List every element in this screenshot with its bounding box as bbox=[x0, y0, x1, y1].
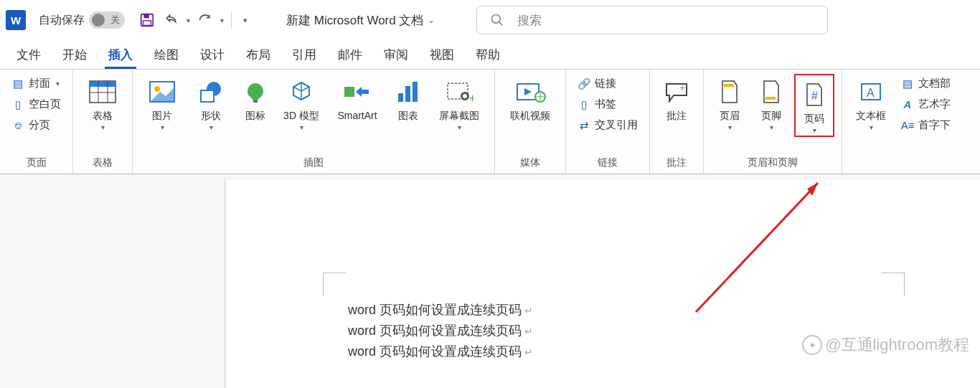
wordart-button[interactable]: A艺术字 bbox=[897, 95, 955, 114]
tab-引用[interactable]: 引用 bbox=[281, 42, 327, 67]
group-comments: +批注 批注 bbox=[650, 70, 704, 174]
bookmark-icon: ▯ bbox=[578, 98, 590, 111]
margin-corner-tr bbox=[882, 273, 905, 295]
group-header-footer: 页眉▾ 页脚▾ #页码▾ 页眉和页脚 bbox=[704, 70, 842, 174]
bookmark-button[interactable]: ▯书签 bbox=[573, 95, 642, 114]
group-text: A文本框▾ ▤文档部 A艺术字 A≡首字下 bbox=[842, 70, 962, 174]
screenshot-button[interactable]: +屏幕截图▾ bbox=[431, 74, 487, 131]
svg-rect-18 bbox=[413, 82, 418, 102]
ribbon-tabs: 文件开始插入绘图设计布局引用邮件审阅视图帮助 bbox=[0, 40, 980, 69]
footer-button[interactable]: 页脚▾ bbox=[753, 74, 790, 131]
table-button[interactable]: 表格▾ bbox=[80, 74, 125, 131]
tab-帮助[interactable]: 帮助 bbox=[465, 42, 511, 67]
autosave-label: 自动保存 bbox=[39, 13, 85, 28]
group-illustrations: 图片▾ 形状▾ 图标 3D 模型▾ SmartArt 图表 +屏幕截图▾ 插图 bbox=[133, 70, 495, 174]
ribbon: ▤封面▾ ▯空白页 ⎊分页 页面 表格▾ 表格 图片▾ 形状▾ 图标 3D 模型… bbox=[0, 69, 980, 174]
redo-button[interactable] bbox=[196, 11, 215, 29]
table-icon bbox=[88, 77, 117, 107]
document-line: word 页码如何设置成连续页码 bbox=[348, 300, 533, 321]
watermark: ✦ @互通lightroom教程 bbox=[802, 334, 969, 356]
tab-设计[interactable]: 设计 bbox=[189, 42, 235, 67]
save-button[interactable] bbox=[138, 11, 156, 29]
tab-审阅[interactable]: 审阅 bbox=[373, 42, 419, 67]
search-input[interactable]: 搜索 bbox=[476, 6, 828, 34]
document-line: word 页码如何设置成连续页码 bbox=[348, 341, 533, 362]
svg-rect-1 bbox=[143, 14, 149, 19]
redo-chevron-icon[interactable]: ▾ bbox=[220, 16, 224, 24]
svg-point-3 bbox=[492, 15, 501, 24]
document-page[interactable]: word 页码如何设置成连续页码word 页码如何设置成连续页码word 页码如… bbox=[226, 179, 980, 388]
undo-button[interactable] bbox=[162, 11, 181, 29]
dropcap-icon: A≡ bbox=[901, 119, 914, 131]
cross-reference-button[interactable]: ⇄交叉引用 bbox=[573, 115, 642, 135]
wordart-icon: A bbox=[901, 98, 914, 110]
switch-state: 关 bbox=[110, 14, 120, 27]
blank-page-icon: ▯ bbox=[11, 98, 24, 111]
svg-rect-2 bbox=[143, 21, 151, 25]
group-links-label: 链接 bbox=[598, 156, 618, 171]
chart-icon bbox=[395, 77, 421, 107]
svg-text:+: + bbox=[469, 92, 473, 103]
dropcap-button[interactable]: A≡首字下 bbox=[897, 115, 955, 135]
watermark-icon: ✦ bbox=[802, 335, 822, 355]
svg-rect-13 bbox=[201, 90, 214, 102]
title-chevron-icon: ⌄ bbox=[428, 15, 435, 25]
svg-point-21 bbox=[463, 94, 467, 98]
header-icon bbox=[720, 77, 740, 107]
search-icon bbox=[490, 13, 504, 27]
tab-布局[interactable]: 布局 bbox=[235, 42, 281, 67]
svg-rect-27 bbox=[765, 97, 776, 100]
smartart-icon bbox=[343, 77, 372, 107]
undo-chevron-icon[interactable]: ▾ bbox=[187, 16, 190, 24]
shapes-button[interactable]: 形状▾ bbox=[189, 74, 233, 131]
qat-separator bbox=[231, 12, 232, 28]
smartart-button[interactable]: SmartArt bbox=[329, 74, 385, 122]
tab-文件[interactable]: 文件 bbox=[6, 42, 52, 67]
cover-page-button[interactable]: ▤封面▾ bbox=[7, 74, 65, 93]
tab-绘图[interactable]: 绘图 bbox=[143, 42, 189, 67]
icons-button[interactable]: 图标 bbox=[237, 74, 273, 122]
page-number-icon: # bbox=[804, 80, 824, 110]
tab-视图[interactable]: 视图 bbox=[419, 42, 465, 67]
header-button[interactable]: 页眉▾ bbox=[711, 74, 748, 131]
blank-page-button[interactable]: ▯空白页 bbox=[7, 95, 65, 114]
svg-rect-26 bbox=[724, 84, 734, 87]
autosave-switch[interactable]: 关 bbox=[89, 11, 125, 29]
online-video-button[interactable]: 联机视频 bbox=[502, 74, 558, 122]
link-icon: 🔗 bbox=[578, 77, 590, 90]
pictures-button[interactable]: 图片▾ bbox=[140, 74, 184, 131]
3d-model-icon bbox=[289, 77, 314, 107]
3d-models-button[interactable]: 3D 模型▾ bbox=[278, 74, 325, 131]
group-pages-label: 页面 bbox=[27, 156, 47, 171]
svg-text:#: # bbox=[811, 90, 818, 102]
link-button[interactable]: 🔗链接 bbox=[573, 74, 642, 93]
switch-knob-icon bbox=[92, 14, 105, 27]
page-number-button[interactable]: #页码▾ bbox=[797, 77, 831, 134]
svg-point-11 bbox=[154, 86, 160, 92]
tab-插入[interactable]: 插入 bbox=[98, 42, 143, 67]
group-illustrations-label: 插图 bbox=[303, 156, 324, 171]
search-placeholder: 搜索 bbox=[517, 12, 542, 29]
group-comments-label: 批注 bbox=[666, 156, 687, 171]
title-bar: W 自动保存 关 ▾ ▾ ▾ 新建 Microsoft Word 文档 ⌄ 搜索 bbox=[0, 0, 980, 40]
tab-开始[interactable]: 开始 bbox=[52, 42, 98, 67]
tab-邮件[interactable]: 邮件 bbox=[327, 42, 373, 67]
textbox-button[interactable]: A文本框▾ bbox=[849, 74, 892, 131]
page-break-icon: ⎊ bbox=[11, 119, 24, 131]
document-body[interactable]: word 页码如何设置成连续页码word 页码如何设置成连续页码word 页码如… bbox=[348, 300, 533, 361]
comment-button[interactable]: +批注 bbox=[657, 74, 696, 122]
svg-rect-15 bbox=[344, 87, 354, 97]
qat-customize-icon[interactable]: ▾ bbox=[239, 16, 252, 25]
crossref-icon: ⇄ bbox=[578, 119, 590, 132]
cover-page-icon: ▤ bbox=[11, 77, 24, 90]
video-icon bbox=[514, 77, 546, 107]
page-break-button[interactable]: ⎊分页 bbox=[7, 115, 65, 135]
document-line: word 页码如何设置成连续页码 bbox=[348, 321, 533, 341]
group-tables-label: 表格 bbox=[93, 156, 113, 171]
document-title[interactable]: 新建 Microsoft Word 文档 ⌄ bbox=[286, 12, 435, 29]
group-media-label: 媒体 bbox=[520, 156, 540, 171]
margin-corner-tl bbox=[323, 273, 346, 295]
chart-button[interactable]: 图表 bbox=[390, 74, 427, 122]
quick-parts-button[interactable]: ▤文档部 bbox=[897, 74, 955, 93]
autosave-control[interactable]: 自动保存 关 bbox=[39, 11, 125, 29]
